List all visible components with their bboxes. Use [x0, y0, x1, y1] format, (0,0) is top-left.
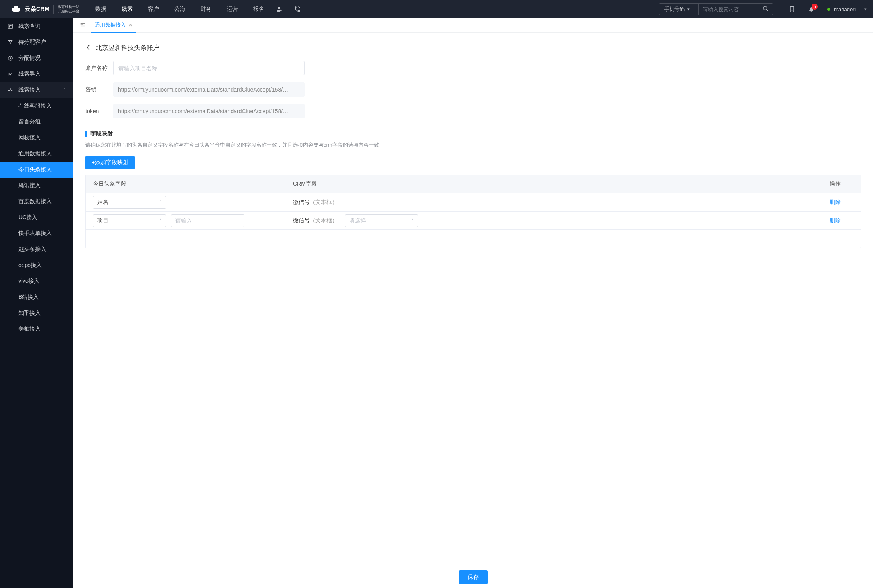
svg-point-10 — [10, 88, 11, 89]
field-mapping-table: 今日头条字段 CRM字段 操作 姓名˅微信号（文本框）删除项目˅微信号（文本框）… — [85, 175, 861, 248]
top-nav-item-5[interactable]: 运营 — [227, 6, 238, 13]
sidebar-item-label: 线索接入 — [18, 86, 41, 94]
mapping-description: 请确保您在此填写的头条自定义字段名称与在今日头条平台中自定义的字段名称一致，并且… — [85, 141, 861, 149]
table-row: 项目˅微信号（文本框）请选择˅删除 — [86, 211, 861, 229]
secret-readonly: https://crm.yunduocrm.com/externalData/s… — [113, 82, 305, 97]
sidebar-subitem-4-6[interactable]: 百度数据接入 — [0, 194, 73, 210]
logo-cloud-icon — [11, 4, 21, 14]
save-button[interactable]: 保存 — [459, 570, 488, 584]
sidebar: 线索查询待分配客户分配情况线索导入线索接入˄在线客服接入留言分组网校接入通用数据… — [0, 18, 73, 588]
sidebar-icon — [7, 39, 14, 45]
tab-close-icon[interactable]: ✕ — [128, 22, 132, 28]
sidebar-item-label: 线索查询 — [18, 23, 41, 30]
notification-badge: 5 — [812, 4, 818, 10]
crm-field-label: 微信号（文本框） — [293, 199, 338, 206]
sidebar-subitem-4-3[interactable]: 通用数据接入 — [0, 146, 73, 162]
top-nav-item-3[interactable]: 公海 — [174, 6, 185, 13]
top-nav-item-1[interactable]: 线索 — [122, 6, 133, 13]
sidebar-subitem-4-9[interactable]: 趣头条接入 — [0, 241, 73, 257]
top-nav-item-0[interactable]: 数据 — [95, 6, 106, 13]
section-accent-bar — [85, 131, 87, 137]
brand-area: 云朵CRM 教育机构一站 式服务云平台 — [11, 4, 79, 14]
sidebar-item-2[interactable]: 分配情况 — [0, 50, 73, 66]
phone-icon[interactable] — [294, 6, 301, 13]
col-header-op: 操作 — [830, 180, 853, 188]
svg-point-3 — [792, 10, 792, 11]
sidebar-subitem-4-13[interactable]: 知乎接入 — [0, 305, 73, 321]
sidebar-icon — [7, 55, 14, 61]
delete-row-button[interactable]: 删除 — [830, 217, 841, 223]
top-nav-item-4[interactable]: 财务 — [201, 6, 212, 13]
crm-field-label: 微信号（文本框） — [293, 217, 338, 224]
tab-bar: 通用数据接入✕ — [73, 18, 873, 33]
sidebar-item-label: 待分配客户 — [18, 39, 46, 46]
table-row: 姓名˅微信号（文本框）删除 — [86, 193, 861, 211]
top-header: 云朵CRM 教育机构一站 式服务云平台 数据线索客户公海财务运营报名 手机号码 … — [0, 0, 873, 18]
brand-sub2: 式服务云平台 — [58, 9, 79, 14]
crm-option-select[interactable]: 请选择˅ — [345, 214, 418, 227]
sidebar-subitem-4-2[interactable]: 网校接入 — [0, 130, 73, 146]
status-online-dot — [827, 8, 830, 11]
sidebar-subitem-4-7[interactable]: UC接入 — [0, 210, 73, 225]
sidebar-icon — [7, 23, 14, 29]
sidebar-item-4[interactable]: 线索接入˄ — [0, 82, 73, 98]
svg-line-1 — [767, 9, 768, 11]
brand-name: 云朵CRM — [25, 6, 49, 13]
sidebar-item-label: 线索导入 — [18, 71, 41, 78]
account-name-label: 账户名称 — [85, 65, 113, 72]
sidebar-item-1[interactable]: 待分配客户 — [0, 34, 73, 50]
back-button[interactable] — [85, 44, 92, 52]
top-nav: 数据线索客户公海财务运营报名 — [95, 6, 264, 13]
secret-label: 密钥 — [85, 86, 113, 93]
sidebar-item-0[interactable]: 线索查询 — [0, 18, 73, 34]
chevron-icon: ˄ — [64, 88, 66, 93]
sidebar-icon — [7, 87, 14, 93]
sidebar-subitem-4-12[interactable]: B站接入 — [0, 289, 73, 305]
user-menu[interactable]: manager11 ▾ — [827, 6, 867, 12]
notification-bell-icon[interactable]: 5 — [808, 6, 814, 12]
main-content: 通用数据接入✕ 北京昱新科技头条账户 账户名称 密钥 https://crm.y… — [73, 18, 873, 588]
svg-marker-8 — [8, 40, 12, 44]
sidebar-item-3[interactable]: 线索导入 — [0, 66, 73, 82]
col-header-tt: 今日头条字段 — [93, 180, 293, 188]
sidebar-subitem-4-11[interactable]: vivo接入 — [0, 273, 73, 289]
svg-point-0 — [763, 6, 767, 10]
sidebar-icon — [7, 71, 14, 77]
username: manager11 — [834, 6, 860, 12]
top-nav-item-2[interactable]: 客户 — [148, 6, 159, 13]
sidebar-subitem-4-14[interactable]: 美柚接入 — [0, 321, 73, 337]
sidebar-subitem-4-8[interactable]: 快手表单接入 — [0, 225, 73, 241]
svg-rect-7 — [9, 27, 10, 27]
sidebar-collapse-button[interactable] — [77, 20, 88, 30]
global-search: 手机号码 ▾ — [659, 3, 773, 15]
top-nav-item-6[interactable]: 报名 — [253, 6, 264, 13]
search-input[interactable] — [699, 6, 759, 12]
sidebar-subitem-4-0[interactable]: 在线客服接入 — [0, 98, 73, 114]
sidebar-item-label: 分配情况 — [18, 55, 41, 62]
tt-field-select[interactable]: 姓名˅ — [93, 196, 166, 209]
search-type-select[interactable]: 手机号码 ▾ — [659, 4, 699, 15]
brand-sub1: 教育机构一站 — [58, 5, 79, 9]
token-label: token — [85, 108, 113, 114]
svg-rect-5 — [9, 25, 10, 26]
svg-rect-6 — [11, 25, 12, 26]
mobile-icon[interactable] — [789, 6, 795, 12]
sidebar-subitem-4-1[interactable]: 留言分组 — [0, 114, 73, 130]
tt-field-input[interactable] — [171, 214, 244, 227]
user-add-icon[interactable] — [275, 6, 283, 13]
token-readonly: https://crm.yunduocrm.com/externalData/s… — [113, 104, 305, 118]
delete-row-button[interactable]: 删除 — [830, 199, 841, 205]
page-title: 北京昱新科技头条账户 — [96, 44, 159, 52]
tab-0[interactable]: 通用数据接入✕ — [91, 18, 136, 33]
tt-field-select[interactable]: 项目˅ — [93, 214, 166, 227]
col-header-crm: CRM字段 — [293, 180, 830, 188]
sidebar-subitem-4-4[interactable]: 今日头条接入 — [0, 162, 73, 178]
sidebar-subitem-4-5[interactable]: 腾讯接入 — [0, 178, 73, 194]
add-field-mapping-button[interactable]: +添加字段映射 — [85, 156, 135, 169]
account-name-input[interactable] — [113, 61, 305, 75]
sidebar-subitem-4-10[interactable]: oppo接入 — [0, 257, 73, 273]
search-icon[interactable] — [759, 6, 773, 13]
table-head: 今日头条字段 CRM字段 操作 — [86, 175, 861, 193]
mapping-title: 字段映射 — [90, 130, 113, 137]
